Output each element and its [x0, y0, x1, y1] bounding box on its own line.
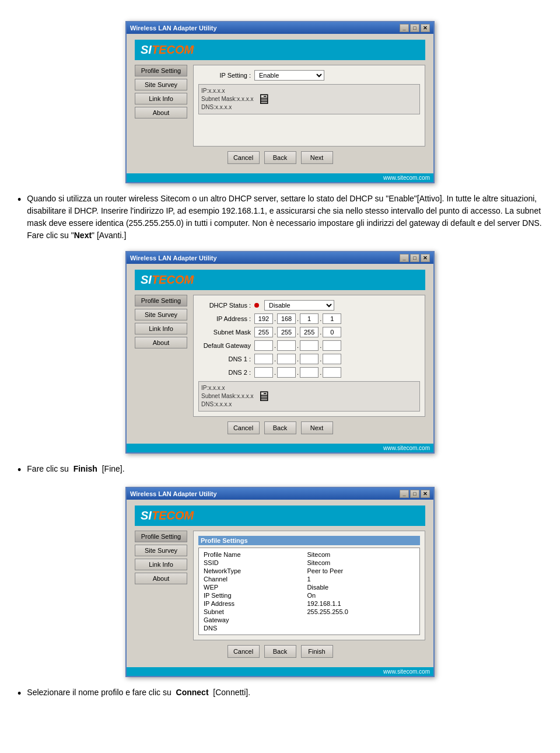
gateway-field-4[interactable] [323, 340, 341, 351]
bullet2-text: Fare clic su Finish [Fine]. [27, 463, 542, 475]
dns1-field-3[interactable] [300, 354, 318, 364]
subnet-row: Subnet Mask . . . [198, 327, 420, 337]
gateway-field-3[interactable] [300, 340, 318, 351]
close-button[interactable]: ✕ [421, 24, 430, 32]
next-button1[interactable]: Next [301, 151, 333, 164]
dialog3-maximize[interactable]: □ [410, 490, 419, 498]
dhcp-status-row: DHCP Status : Disable Enable [198, 300, 420, 311]
dialog2-wrapper: Wireless LAN Adapter Utility _ □ ✕ SiTEC… [18, 251, 542, 454]
field-value: On [304, 591, 417, 599]
dialog3-nav-linkinfo[interactable]: Link Info [135, 559, 187, 570]
dialog2-logo-text: SiTECOM [141, 273, 194, 287]
dns2-field-2[interactable] [277, 367, 296, 378]
dialog3-minimize[interactable]: _ [400, 490, 409, 498]
ip-setting-select[interactable]: Enable Disable [254, 70, 324, 81]
dialog2-nav-survey[interactable]: Site Survey [135, 309, 187, 320]
back-button3[interactable]: Back [264, 645, 296, 658]
dialog1-footer: www.sitecom.com [127, 173, 433, 182]
field-value: 255.255.255.0 [304, 608, 417, 616]
bullet3: • Selezionare il nome profilo e fare cli… [18, 686, 542, 701]
gateway-row: Default Gateway . . . [198, 340, 420, 351]
nav-profile-setting[interactable]: Profile Setting [135, 65, 187, 76]
next-button2[interactable]: Next [301, 421, 333, 434]
ip-field-2[interactable] [277, 313, 296, 324]
dns1-fields: . . . [254, 354, 341, 364]
field-label: IP Setting [201, 591, 304, 599]
dns1-field-2[interactable] [277, 354, 296, 364]
field-value: Sitecom [304, 550, 417, 559]
gateway-field-1[interactable] [254, 340, 273, 351]
preview-area2: IP:x.x.x.x Subnet Mask:x.x.x.x DNS:x.x.x… [198, 381, 420, 412]
back-button2[interactable]: Back [264, 421, 296, 434]
dialog2-minimize[interactable]: _ [400, 254, 409, 262]
bullet1-dot: • [18, 193, 21, 207]
table-row: NetworkTypePeer to Peer [201, 567, 417, 575]
dns2-field-3[interactable] [300, 367, 318, 378]
dialog3-nav-profile[interactable]: Profile Setting [135, 531, 187, 542]
dialog3-buttons: Cancel Back Finish [135, 645, 425, 658]
cancel-button3[interactable]: Cancel [228, 645, 260, 658]
nav-about[interactable]: About [135, 107, 187, 118]
dialog2-close[interactable]: ✕ [421, 254, 430, 262]
dialog1-logo: SiTECOM [135, 40, 425, 60]
dialog2-nav-profile[interactable]: Profile Setting [135, 295, 187, 306]
bullet3-text: Selezionare il nome profilo e fare clic … [27, 686, 542, 699]
subnet-field-2[interactable] [277, 327, 296, 337]
cancel-button2[interactable]: Cancel [228, 421, 260, 434]
subnet-fields: . . . [254, 327, 341, 337]
maximize-button[interactable]: □ [410, 24, 419, 32]
dialog2-nav-about[interactable]: About [135, 337, 187, 348]
gateway-fields: . . . [254, 340, 341, 351]
finish-button3[interactable]: Finish [301, 645, 333, 658]
dns1-field-1[interactable] [254, 354, 273, 364]
logo-text: SiTECOM [141, 43, 194, 57]
nav-link-info[interactable]: Link Info [135, 93, 187, 104]
table-row: Channel1 [201, 575, 417, 583]
dns2-field-4[interactable] [323, 367, 341, 378]
dialog2-main-panel: DHCP Status : Disable Enable IP Address … [193, 295, 425, 417]
dialog2-nav-linkinfo[interactable]: Link Info [135, 323, 187, 334]
dialog2-body: SiTECOM Profile Setting Site Survey Link… [127, 264, 433, 444]
dhcp-status-select[interactable]: Disable Enable [264, 300, 334, 311]
preview-text2: IP:x.x.x.x Subnet Mask:x.x.x.x DNS:x.x.x… [201, 384, 253, 409]
dns1-field-4[interactable] [323, 354, 341, 364]
dialog3-nav-survey[interactable]: Site Survey [135, 545, 187, 556]
subnet-label: Subnet Mask [198, 329, 251, 336]
profile-table: Profile NameSitecom SSIDSitecom NetworkT… [201, 550, 417, 632]
table-row: IP Address192.168.1.1 [201, 599, 417, 608]
bullet1: • Quando si utilizza un router wireless … [18, 193, 542, 242]
cancel-button1[interactable]: Cancel [228, 151, 260, 164]
dns2-row: DNS 2 : . . . [198, 367, 420, 378]
ip-address-row: IP Address : . . . [198, 313, 420, 324]
table-row: SSIDSitecom [201, 559, 417, 567]
dialog3-titlebar-buttons: _ □ ✕ [400, 490, 430, 498]
ip-field-4[interactable] [323, 313, 341, 324]
table-row: Subnet255.255.255.0 [201, 608, 417, 616]
subnet-field-3[interactable] [300, 327, 318, 337]
dns2-field-1[interactable] [254, 367, 273, 378]
dialog2-titlebar-buttons: _ □ ✕ [400, 254, 430, 262]
field-label: Channel [201, 575, 304, 583]
dialog3: Wireless LAN Adapter Utility _ □ ✕ SiTEC… [125, 487, 435, 677]
field-value: 192.168.1.1 [304, 599, 417, 608]
ip-field-3[interactable] [300, 313, 318, 324]
minimize-button[interactable]: _ [400, 24, 409, 32]
ip-field-1[interactable] [254, 313, 273, 324]
gateway-field-2[interactable] [277, 340, 296, 351]
dialog3-body: SiTECOM Profile Setting Site Survey Link… [127, 500, 433, 667]
dialog3-nav-about[interactable]: About [135, 573, 187, 584]
dialog3-content: Profile Setting Site Survey Link Info Ab… [135, 531, 425, 640]
dialog2-maximize[interactable]: □ [410, 254, 419, 262]
field-label: DNS [201, 624, 304, 632]
field-label: Subnet [201, 608, 304, 616]
nav-site-survey[interactable]: Site Survey [135, 79, 187, 90]
dialog3-close[interactable]: ✕ [421, 490, 430, 498]
dialog1-buttons: Cancel Back Next [135, 151, 425, 164]
back-button1[interactable]: Back [264, 151, 296, 164]
field-label: WEP [201, 583, 304, 591]
subnet-field-4[interactable] [323, 327, 341, 337]
dialog3-title: Wireless LAN Adapter Utility [130, 490, 217, 497]
preview-area1: IP:x.x.x.x Subnet Mask:x.x.x.x DNS:x.x.x… [198, 84, 420, 114]
subnet-field-1[interactable] [254, 327, 273, 337]
dialog2: Wireless LAN Adapter Utility _ □ ✕ SiTEC… [125, 251, 435, 454]
